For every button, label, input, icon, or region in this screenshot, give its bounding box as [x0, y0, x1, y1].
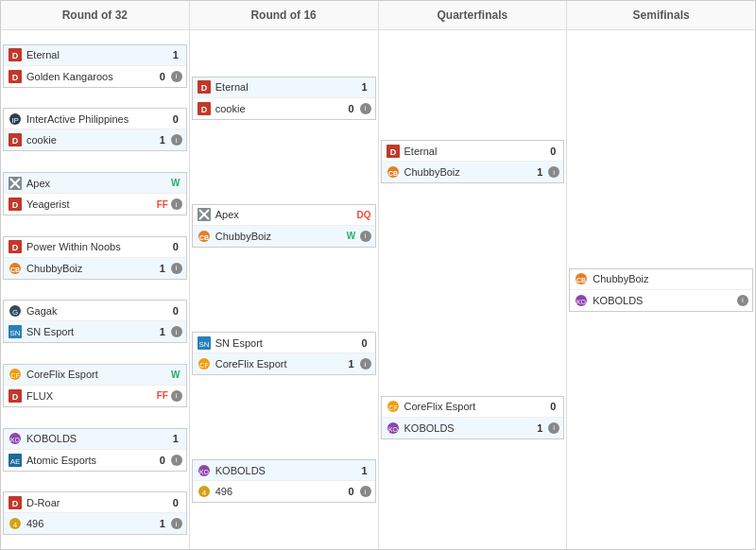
team-icon-purple: KO [574, 293, 589, 308]
svg-text:CF: CF [199, 362, 208, 369]
team-icon-yellow: CF [197, 356, 212, 371]
svg-text:SN: SN [198, 340, 209, 349]
round-header-semifinals: Semifinals [567, 1, 755, 30]
team-score: 0 [169, 497, 182, 508]
info-icon[interactable]: i [737, 295, 748, 306]
team-icon-blue2: AE [8, 453, 23, 468]
team-row-r32m1-0: DEternal1 [4, 45, 186, 66]
svg-text:CB: CB [199, 234, 209, 241]
info-icon[interactable]: i [171, 134, 182, 146]
team-icon-yellow2: 4 [197, 484, 212, 499]
match-group-qfm2: CFCoreFlix Esport0KOKOBOLDS1i [381, 396, 565, 439]
team-icon-orange: CB [8, 261, 23, 276]
svg-text:KO: KO [10, 437, 21, 443]
svg-text:4: 4 [202, 489, 207, 497]
team-icon-dota: D [8, 132, 23, 147]
team-name: SN Esport [26, 326, 152, 337]
match-box-r32m8: DD-Roar044961i [3, 491, 187, 535]
info-icon[interactable]: i [171, 198, 182, 210]
team-name: Golden Kangaroos [26, 71, 152, 82]
team-name: SN Esport [215, 337, 354, 349]
team-row-r32m8-1: 44961i [4, 513, 186, 534]
team-icon-purple: KO [197, 463, 212, 478]
team-icon-yellow2: 4 [8, 516, 23, 531]
team-name: Gagak [26, 305, 165, 317]
team-icon-dota: D [197, 101, 212, 116]
info-icon[interactable]: i [171, 455, 182, 466]
team-row-r16m1-1: Dcookie0i [193, 98, 375, 119]
match-group-r32m6: CFCoreFlix EsportWDFLUXFFi [3, 364, 187, 407]
team-row-r16m2-1: CBChubbyBoizWi [193, 226, 375, 247]
svg-text:SN: SN [9, 329, 20, 337]
info-icon[interactable]: i [360, 358, 371, 370]
match-box-r16m2: ApexDQCBChubbyBoizWi [192, 204, 376, 248]
team-row-r16m3-1: CFCoreFlix Esport1i [193, 353, 375, 374]
team-name: Eternal [26, 49, 165, 60]
team-name: KOBOLDS [404, 422, 530, 434]
info-icon[interactable]: i [360, 103, 371, 114]
team-score: 1 [156, 134, 169, 146]
match-group-r32m5: GGagak0SNSN Esport1i [3, 300, 187, 343]
team-name: Eternal [215, 81, 354, 93]
match-box-r16m3: SNSN Esport0CFCoreFlix Esport1i [192, 332, 376, 375]
team-row-sfm1-1: KOKOBOLDSi [570, 290, 752, 311]
svg-text:D: D [12, 243, 19, 252]
match-group-r32m2: IPInterActive Philippines0Dcookie1i [3, 108, 187, 151]
info-icon[interactable]: i [360, 231, 371, 242]
match-group-r16m4: KOKOBOLDS144960i [192, 459, 376, 503]
match-group-r32m8: DD-Roar044961i [3, 491, 187, 535]
team-score: W [169, 370, 182, 380]
bracket-container: Round of 32DEternal1DGolden Kangaroos0iI… [0, 0, 756, 550]
team-icon-grey [197, 207, 212, 222]
match-group-r16m3: SNSN Esport0CFCoreFlix Esport1i [192, 332, 376, 375]
team-icon-orange: CB [574, 271, 589, 286]
team-row-r16m4-1: 44960i [193, 481, 375, 502]
team-row-qfm2-1: KOKOBOLDS1i [382, 418, 564, 438]
team-row-qfm1-1: CBChubbyBoiz1i [382, 162, 564, 182]
round-column-round32: Round of 32DEternal1DGolden Kangaroos0iI… [1, 1, 190, 549]
team-row-sfm1-0: CBChubbyBoiz [570, 269, 752, 290]
team-row-r32m2-1: Dcookie1i [4, 129, 186, 150]
team-score: 0 [169, 305, 182, 317]
round-column-round16: Round of 16DEternal1Dcookie0iApexDQCBChu… [190, 1, 379, 549]
match-box-r32m1: DEternal1DGolden Kangaroos0i [3, 44, 187, 88]
round-column-semifinals: SemifinalsCBChubbyBoizKOKOBOLDSi [567, 1, 755, 549]
info-icon[interactable]: i [171, 518, 182, 529]
team-name: Apex [26, 178, 165, 189]
info-icon[interactable]: i [360, 486, 371, 497]
team-name: KOBOLDS [26, 433, 165, 444]
team-name: Power Within Noobs [26, 241, 165, 252]
team-name: 496 [26, 518, 152, 529]
team-row-r32m5-1: SNSN Esport1i [4, 321, 186, 342]
info-icon[interactable]: i [171, 71, 182, 82]
svg-text:D: D [389, 147, 396, 157]
team-row-r32m7-0: KOKOBOLDS1 [4, 429, 186, 450]
team-row-r16m4-0: KOKOBOLDS1 [193, 460, 375, 481]
info-icon[interactable]: i [548, 166, 559, 178]
team-name: Eternal [404, 146, 543, 157]
round-header-quarterfinals: Quarterfinals [379, 1, 567, 30]
team-score: 1 [156, 263, 169, 274]
team-row-r32m7-1: AEAtomic Esports0i [4, 450, 186, 471]
info-icon[interactable]: i [548, 422, 559, 434]
team-score: 1 [533, 166, 546, 178]
team-name: KOBOLDS [593, 295, 718, 306]
team-score: 0 [345, 103, 358, 114]
svg-text:AE: AE [10, 457, 21, 466]
team-name: Apex [215, 209, 353, 220]
team-score: 1 [169, 49, 182, 60]
match-box-r32m4: DPower Within Noobs0CBChubbyBoiz1i [3, 236, 187, 280]
team-icon-dota: D [8, 239, 23, 254]
svg-text:4: 4 [13, 521, 18, 529]
team-icon-dota: D [8, 69, 23, 84]
team-name: CoreFlix Esport [404, 401, 543, 412]
team-icon-orange: CB [197, 229, 212, 244]
info-icon[interactable]: i [171, 263, 182, 274]
info-icon[interactable]: i [171, 326, 182, 337]
team-score: 0 [156, 71, 169, 82]
info-icon[interactable]: i [171, 390, 182, 402]
team-score: 1 [358, 465, 371, 476]
team-row-r16m1-0: DEternal1 [193, 77, 375, 98]
team-icon-blue: SN [197, 335, 212, 351]
team-score: W [169, 178, 182, 188]
